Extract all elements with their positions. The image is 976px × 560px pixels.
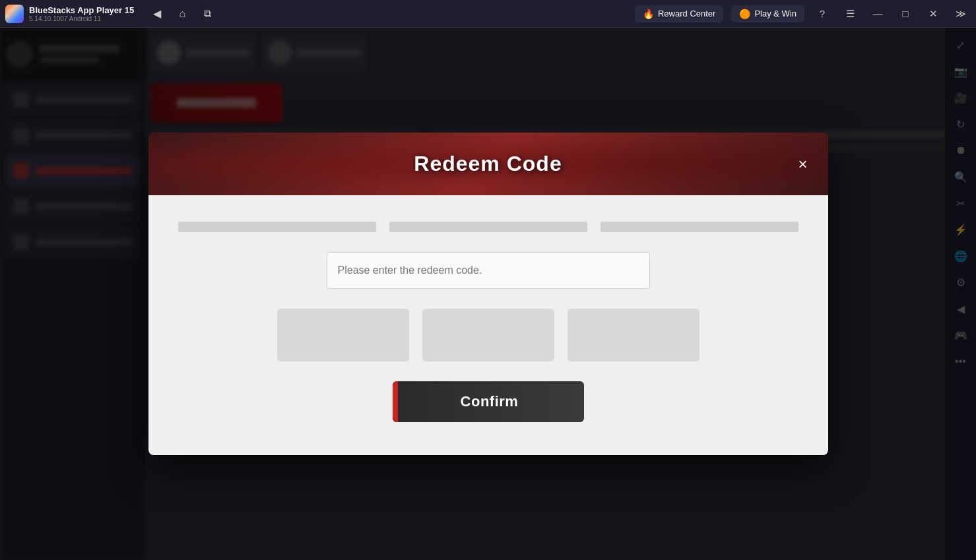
item-card-2 <box>422 309 554 361</box>
description-row-1 <box>175 222 802 232</box>
tabs-button[interactable]: ⧉ <box>197 4 217 24</box>
window-close-button[interactable]: ✕ <box>923 4 943 24</box>
reward-center-button[interactable]: 🔥 Reward Center <box>635 5 723 22</box>
desc-block-3 <box>601 222 798 232</box>
center-actions: 🔥 Reward Center 🟠 Play & Win ? ☰ — □ ✕ ≫ <box>635 4 971 24</box>
confirm-button[interactable]: Confirm <box>393 381 584 422</box>
item-card-3 <box>568 309 699 361</box>
redeem-code-input[interactable] <box>327 252 650 289</box>
back-button[interactable]: ◀ <box>147 4 167 24</box>
bluestacks-logo <box>5 5 24 23</box>
nav-buttons: ◀ ⌂ ⧉ <box>147 4 217 24</box>
item-card-1 <box>277 309 409 361</box>
coin-icon: 🟠 <box>739 9 750 19</box>
desc-block-2 <box>389 222 587 232</box>
app-info: BlueStacks App Player 15 5.14.10.1007 An… <box>29 5 134 22</box>
menu-button[interactable]: ☰ <box>840 4 860 24</box>
modal-close-button[interactable]: × <box>791 152 815 176</box>
redeem-code-dialog: Redeem Code × <box>148 133 828 455</box>
desc-block-1 <box>178 222 376 232</box>
modal-header: Redeem Code × <box>148 133 828 195</box>
help-button[interactable]: ? <box>812 4 832 24</box>
modal-title: Redeem Code <box>414 152 562 176</box>
play-win-label: Play & Win <box>754 9 797 18</box>
side-expand-button[interactable]: ≫ <box>951 4 971 24</box>
game-area: Redeem Code × <box>0 28 976 560</box>
modal-body: Confirm <box>148 195 828 455</box>
app-version: 5.14.10.1007 Android 11 <box>29 15 134 22</box>
main-area: Redeem Code × <box>0 28 976 560</box>
confirm-button-label: Confirm <box>393 393 584 410</box>
play-win-button[interactable]: 🟠 Play & Win <box>731 5 804 22</box>
fire-icon: 🔥 <box>643 9 654 19</box>
items-row <box>175 309 802 361</box>
app-name: BlueStacks App Player 15 <box>29 5 134 15</box>
modal-overlay: Redeem Code × <box>0 28 976 560</box>
title-bar: BlueStacks App Player 15 5.14.10.1007 An… <box>0 0 976 28</box>
reward-center-label: Reward Center <box>658 9 715 18</box>
maximize-button[interactable]: □ <box>895 4 915 24</box>
minimize-button[interactable]: — <box>868 4 888 24</box>
home-button[interactable]: ⌂ <box>172 4 192 24</box>
